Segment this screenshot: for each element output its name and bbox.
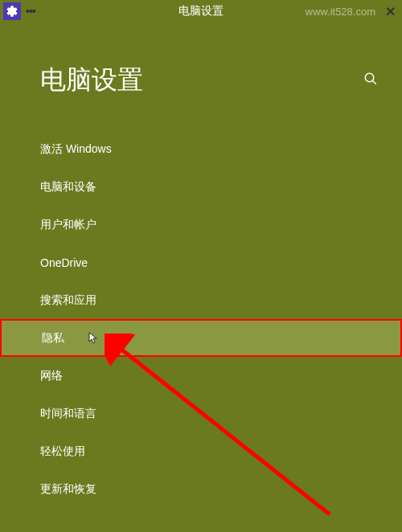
- menu-item-update-recovery[interactable]: 更新和恢复: [0, 470, 402, 508]
- menu-item-users-accounts[interactable]: 用户和帐户: [0, 206, 402, 243]
- close-button[interactable]: ✕: [382, 4, 399, 19]
- mouse-cursor-icon: [88, 332, 101, 345]
- menu-item-privacy[interactable]: 隐私: [0, 319, 402, 357]
- menu-item-label: OneDrive: [40, 256, 88, 269]
- settings-gear-button[interactable]: [3, 2, 21, 20]
- menu-item-activate-windows[interactable]: 激活 Windows: [0, 130, 402, 168]
- menu-list: 激活 Windows 电脑和设备 用户和帐户 OneDrive 搜索和应用 隐私…: [0, 130, 402, 508]
- window-title: 电脑设置: [178, 4, 224, 18]
- menu-item-time-language[interactable]: 时间和语言: [0, 395, 402, 432]
- more-button[interactable]: •••: [26, 5, 35, 18]
- menu-item-label: 用户和帐户: [40, 218, 96, 232]
- menu-item-label: 更新和恢复: [40, 482, 96, 497]
- menu-item-label: 搜索和应用: [40, 293, 96, 308]
- search-icon: [363, 72, 378, 86]
- menu-item-label: 时间和语言: [40, 407, 96, 421]
- svg-line-1: [372, 80, 376, 84]
- header: 电脑设置: [0, 23, 402, 114]
- menu-item-network[interactable]: 网络: [0, 357, 402, 395]
- titlebar: ••• 电脑设置 www.it528.com ✕: [0, 0, 402, 23]
- search-button[interactable]: [363, 72, 378, 89]
- menu-item-ease-of-access[interactable]: 轻松使用: [0, 432, 402, 470]
- titlebar-left: •••: [3, 2, 35, 20]
- page-title: 电脑设置: [40, 63, 143, 98]
- menu-item-label: 网络: [40, 369, 63, 383]
- watermark-text: www.it528.com: [306, 6, 375, 18]
- menu-item-label: 电脑和设备: [40, 180, 96, 194]
- menu-item-label: 隐私: [42, 331, 64, 346]
- menu-item-pc-devices[interactable]: 电脑和设备: [0, 168, 402, 206]
- menu-item-onedrive[interactable]: OneDrive: [0, 243, 402, 281]
- gear-icon: [6, 5, 18, 18]
- menu-item-label: 轻松使用: [40, 444, 85, 459]
- svg-point-0: [365, 73, 374, 82]
- menu-item-search-apps[interactable]: 搜索和应用: [0, 281, 402, 319]
- menu-item-label: 激活 Windows: [40, 142, 112, 157]
- titlebar-right: www.it528.com ✕: [306, 4, 399, 19]
